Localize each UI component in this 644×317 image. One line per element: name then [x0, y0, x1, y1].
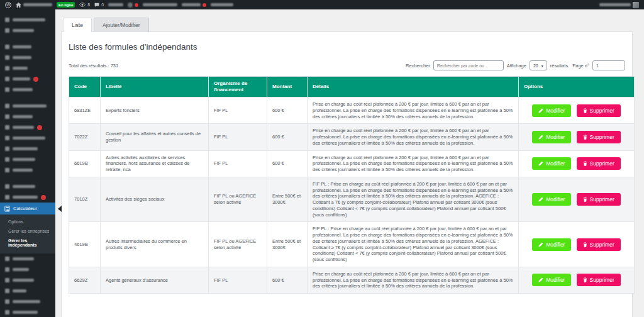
sidebar-item-label: Calculateur — [13, 206, 37, 211]
sidebar-item-redacted[interactable] — [0, 84, 55, 95]
sidebar-item-redacted[interactable] — [0, 14, 55, 25]
trash-icon — [583, 108, 587, 113]
site-link[interactable] — [16, 3, 52, 8]
menu-icon — [5, 278, 9, 282]
modifier-button[interactable]: Modifier — [532, 104, 571, 117]
tab-bar: Liste Ajouter/Modifier — [55, 9, 644, 31]
sidebar-item-redacted[interactable] — [0, 111, 55, 122]
tab-ajouter-modifier[interactable]: Ajouter/Modifier — [94, 18, 149, 32]
menu-icon — [5, 289, 9, 293]
cell-organisme: FIF PL ou AGEFICE selon activité — [209, 222, 267, 267]
sidebar-item-redacted[interactable] — [0, 101, 55, 111]
menu-icon — [5, 28, 9, 33]
notification-badge — [135, 3, 138, 7]
modifier-button[interactable]: Modifier — [532, 274, 571, 286]
supprimer-button[interactable]: Supprimer — [577, 157, 621, 170]
main-content: Liste Ajouter/Modifier Liste des formule… — [55, 9, 644, 317]
toolbar-item-redacted[interactable] — [182, 3, 206, 7]
search-input[interactable] — [433, 60, 504, 70]
sidebar-item-redacted[interactable] — [0, 296, 55, 307]
sidebar-item-redacted[interactable] — [0, 286, 55, 296]
cell-details: FIF PL : Prise en charge au coût réel pl… — [308, 222, 519, 267]
table-row: 6831ZE Experts fonciers FIF PL 600 € Pri… — [69, 97, 635, 124]
account-menu[interactable] — [599, 2, 639, 8]
sidebar-item-redacted[interactable] — [0, 133, 55, 143]
sidebar-subitem-gerer-les-entreprises[interactable]: Gérer les entreprises — [0, 226, 55, 236]
cell-code: 6629Z — [69, 267, 101, 293]
sidebar-item-redacted[interactable] — [0, 143, 55, 154]
supprimer-button[interactable]: Supprimer — [577, 104, 621, 117]
wordpress-logo-icon[interactable] — [5, 2, 11, 8]
sidebar-item-redacted[interactable] — [0, 307, 55, 317]
site-name-redacted — [23, 3, 52, 6]
comments-count: 0 — [101, 3, 104, 7]
sidebar-subitem-options[interactable]: Options — [0, 217, 55, 226]
cell-code: 6831ZE — [69, 97, 101, 124]
supprimer-button[interactable]: Supprimer — [577, 238, 621, 251]
content-card: Liste des formules d'indépendants Total … — [61, 31, 633, 317]
sidebar-item-redacted[interactable] — [0, 165, 55, 175]
admin-sidebar: Calculateur Options Gérer les entreprise… — [0, 9, 55, 317]
cell-details: Prise en charge au coût réel plafonnée à… — [308, 150, 519, 177]
toolbar-item-redacted[interactable] — [143, 3, 177, 6]
cell-montant: 600 € — [267, 124, 308, 150]
column-header-libelle: Libellé — [101, 77, 209, 97]
toolbar-item-redacted[interactable] — [211, 3, 233, 6]
list-controls: Rechercher Affichage 20 ▾ résultats. Pag… — [406, 60, 625, 70]
page-number-input[interactable] — [592, 60, 625, 70]
menu-icon — [5, 55, 9, 60]
cell-organisme: FIF PL ou AGEFICE selon activité — [209, 177, 267, 222]
sidebar-item-redacted[interactable] — [0, 52, 55, 63]
sidebar-item-redacted[interactable] — [0, 42, 55, 52]
menu-icon — [5, 136, 9, 140]
modifier-button[interactable]: Modifier — [532, 157, 571, 170]
cell-options: Modifier Supprimer — [519, 97, 635, 124]
new-content-menu[interactable] — [108, 3, 123, 6]
sidebar-item-redacted[interactable] — [0, 264, 55, 275]
results-per-page-value: 20 — [533, 64, 538, 68]
sidebar-item-redacted[interactable] — [0, 181, 55, 192]
sidebar-item-calculateur[interactable]: Calculateur — [0, 203, 55, 214]
modifier-button[interactable]: Modifier — [532, 238, 571, 251]
cell-montant: Entre 500€ et 3000€ — [267, 177, 308, 222]
column-header-options: Options — [519, 77, 635, 97]
cell-organisme: FIF PL — [209, 97, 267, 124]
comments-icon — [94, 3, 99, 8]
cell-libelle: Experts fonciers — [101, 97, 209, 124]
menu-icon — [5, 310, 9, 314]
greeting-redacted — [599, 3, 631, 6]
modifier-button[interactable]: Modifier — [532, 193, 571, 206]
supprimer-button[interactable]: Supprimer — [577, 274, 621, 286]
sidebar-item-redacted[interactable] — [0, 63, 55, 74]
results-per-page-select[interactable]: 20 ▾ — [530, 60, 547, 70]
sidebar-item-redacted[interactable] — [0, 275, 55, 286]
cell-details: Prise en charge au coût réel plafonnée à… — [308, 124, 519, 150]
sidebar-item-redacted[interactable] — [0, 25, 55, 36]
modifier-button[interactable]: Modifier — [532, 131, 571, 143]
menu-icon — [5, 104, 9, 108]
cell-organisme: FIF PL — [209, 150, 267, 177]
supprimer-button[interactable]: Supprimer — [577, 193, 621, 206]
sidebar-subitem-gerer-les-independants[interactable]: Gérer les indépendants — [0, 236, 55, 250]
sidebar-item-redacted[interactable] — [0, 154, 55, 165]
chevron-down-icon: ▾ — [541, 64, 543, 68]
admin-bar: En ligne 8 0 — [0, 0, 644, 9]
plugin-menu-redacted[interactable] — [128, 3, 138, 8]
views-counter[interactable]: 8 — [79, 3, 90, 7]
plugin-icon — [128, 3, 133, 8]
notification-badge — [41, 195, 46, 200]
pencil-icon — [538, 161, 543, 166]
sidebar-item-redacted[interactable] — [0, 192, 55, 203]
sidebar-item-redacted[interactable] — [0, 74, 55, 84]
cell-options: Modifier Supprimer — [519, 267, 635, 293]
supprimer-button[interactable]: Supprimer — [577, 131, 621, 143]
sidebar-item-redacted[interactable] — [0, 122, 55, 133]
sidebar-item-redacted[interactable] — [0, 253, 55, 264]
results-suffix: résultats. — [550, 63, 569, 69]
menu-icon — [5, 87, 9, 92]
comments-counter[interactable]: 0 — [94, 3, 104, 8]
toolbar-row: Total des résultats : 731 Rechercher Aff… — [69, 60, 625, 70]
menu-icon — [5, 168, 9, 172]
search-label: Rechercher — [406, 63, 430, 69]
tab-liste[interactable]: Liste — [63, 18, 92, 32]
